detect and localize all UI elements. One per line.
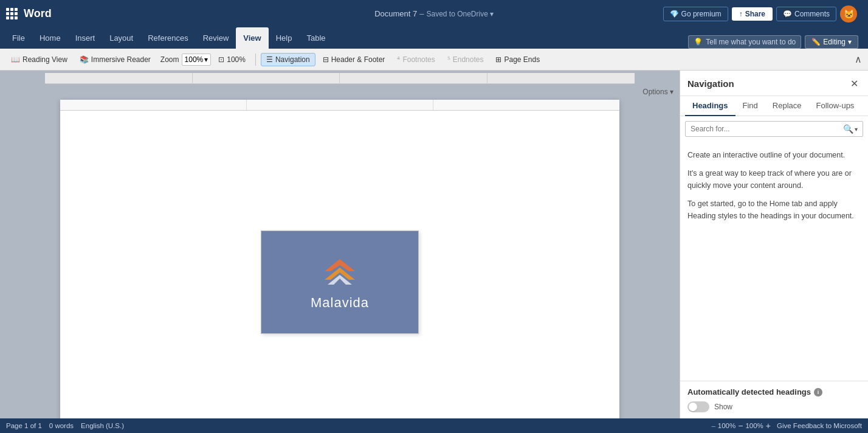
toolbar-zoom-label: Zoom bbox=[160, 55, 179, 64]
view-toolbar: 📖 Reading View 📚 Immersive Reader Zoom 1… bbox=[0, 49, 868, 71]
auto-headings-label: Automatically detected headings i bbox=[687, 387, 861, 397]
share-button[interactable]: ↑ Share bbox=[732, 7, 773, 21]
search-chevron-icon: ▾ bbox=[855, 126, 858, 133]
page-header-ruler bbox=[60, 100, 619, 111]
navigation-icon: ☰ bbox=[266, 55, 273, 64]
word-count: 0 words bbox=[49, 422, 74, 429]
tab-help[interactable]: Help bbox=[269, 27, 300, 49]
edit-icon: ✏️ bbox=[811, 38, 821, 46]
nav-close-button[interactable]: ✕ bbox=[848, 77, 861, 91]
navigation-panel: Navigation ✕ Headings Find Replace Follo… bbox=[680, 71, 868, 418]
zoom-level: 100% bbox=[745, 422, 763, 429]
reading-view-icon: 📖 bbox=[11, 55, 20, 64]
nav-panel-title: Navigation bbox=[687, 78, 734, 89]
toolbar-sep-1 bbox=[255, 54, 256, 66]
header-footer-button[interactable]: ⊟ Header & Footer bbox=[318, 54, 390, 66]
nav-panel-header: Navigation ✕ bbox=[680, 71, 868, 96]
horizontal-ruler-top bbox=[45, 73, 635, 84]
zoom-plus-button[interactable]: + bbox=[766, 421, 771, 430]
page-wrapper: Malavida bbox=[45, 100, 635, 418]
reading-view-button[interactable]: 📖 Reading View bbox=[6, 54, 72, 66]
document-area: Options ▾ bbox=[0, 71, 680, 418]
comments-button[interactable]: 💬 Comments bbox=[776, 7, 836, 21]
nav-body-text-2: It's a great way to keep track of where … bbox=[687, 167, 861, 192]
malavida-chevron-svg bbox=[315, 254, 364, 288]
title-bar: Word Document 7 – Saved to OneDrive ▾ 💎 … bbox=[0, 0, 868, 27]
page-content: Malavida bbox=[60, 111, 619, 418]
tab-file[interactable]: File bbox=[5, 27, 32, 49]
footnotes-button[interactable]: ⁴ Footnotes bbox=[392, 54, 439, 66]
zoom-controls: – 100% − 100% + bbox=[711, 421, 771, 430]
toggle-knob bbox=[689, 403, 697, 411]
editing-button[interactable]: ✏️ Editing ▾ bbox=[805, 35, 858, 49]
nav-tab-headings[interactable]: Headings bbox=[685, 96, 735, 116]
zoom-fit-icon: ⊡ bbox=[218, 55, 224, 64]
nav-panel-body: Create an interactive outline of your do… bbox=[680, 142, 868, 381]
page-ends-icon: ⊞ bbox=[495, 55, 501, 64]
nav-body-text-3: To get started, go to the Home tab and a… bbox=[687, 198, 861, 222]
show-toggle[interactable] bbox=[687, 401, 709, 412]
nav-tab-replace[interactable]: Replace bbox=[765, 96, 809, 116]
language: English (U.S.) bbox=[81, 422, 124, 429]
page-ends-button[interactable]: ⊞ Page Ends bbox=[491, 54, 545, 66]
main-area: Options ▾ bbox=[0, 71, 868, 418]
header-footer-icon: ⊟ bbox=[323, 55, 329, 64]
nav-tabs: Headings Find Replace Follow-ups bbox=[680, 96, 868, 116]
immersive-reader-icon: 📚 bbox=[80, 55, 89, 64]
page-info: Page 1 of 1 bbox=[6, 422, 42, 429]
share-icon: ↑ bbox=[739, 10, 743, 18]
zoom-percentage: 100% bbox=[718, 422, 735, 429]
saved-status: Saved to OneDrive ▾ bbox=[426, 10, 493, 18]
show-toggle-row: Show bbox=[687, 401, 861, 412]
nav-search-input[interactable] bbox=[691, 125, 843, 133]
zoom-fit-button[interactable]: ⊡ 100% bbox=[213, 54, 250, 66]
document-page: Malavida bbox=[60, 100, 619, 418]
tab-layout[interactable]: Layout bbox=[102, 27, 140, 49]
navigation-button[interactable]: ☰ Navigation bbox=[261, 53, 315, 66]
malavida-image: Malavida bbox=[261, 230, 419, 334]
status-bar-right: – 100% − 100% + Give Feedback to Microso… bbox=[711, 421, 862, 430]
tab-references[interactable]: References bbox=[140, 27, 195, 49]
status-bar: Page 1 of 1 0 words English (U.S.) – 100… bbox=[0, 418, 868, 433]
tab-home[interactable]: Home bbox=[32, 27, 68, 49]
user-avatar[interactable]: 🐱 bbox=[840, 5, 857, 23]
endnotes-button[interactable]: ⁵ Endnotes bbox=[443, 54, 489, 66]
zoom-minus-button[interactable]: − bbox=[738, 421, 743, 430]
app-name: Word bbox=[24, 7, 52, 20]
show-label: Show bbox=[714, 403, 732, 411]
options-button[interactable]: Options ▾ bbox=[642, 88, 673, 96]
malavida-text: Malavida bbox=[311, 295, 369, 311]
nav-tab-find[interactable]: Find bbox=[735, 96, 765, 116]
nav-panel-footer: Automatically detected headings i Show bbox=[680, 381, 868, 418]
feedback-button[interactable]: Give Feedback to Microsoft bbox=[777, 422, 862, 429]
tab-review[interactable]: Review bbox=[196, 27, 236, 49]
info-icon: i bbox=[814, 388, 822, 397]
nav-search-button[interactable]: 🔍 ▾ bbox=[843, 124, 858, 134]
tab-insert[interactable]: Insert bbox=[68, 27, 103, 49]
nav-tab-followups[interactable]: Follow-ups bbox=[809, 96, 862, 116]
lightbulb-icon: 💡 bbox=[694, 38, 703, 46]
doc-filename: Document 7 bbox=[374, 9, 417, 18]
zoom-chevron-icon: ▾ bbox=[204, 55, 208, 64]
nav-search-box[interactable]: 🔍 ▾ bbox=[685, 121, 863, 137]
comments-icon: 💬 bbox=[783, 10, 792, 18]
tell-me-box[interactable]: 💡 Tell me what you want to do bbox=[688, 35, 801, 49]
immersive-reader-button[interactable]: 📚 Immersive Reader bbox=[75, 54, 156, 66]
app-section: Word bbox=[6, 7, 52, 20]
endnotes-icon: ⁵ bbox=[447, 55, 450, 64]
doc-title-area: Document 7 – Saved to OneDrive ▾ bbox=[374, 9, 494, 18]
chevron-down-icon: ▾ bbox=[848, 38, 852, 46]
footnotes-icon: ⁴ bbox=[397, 55, 400, 64]
premium-icon: 💎 bbox=[670, 10, 679, 18]
tab-table[interactable]: Table bbox=[299, 27, 332, 49]
ribbon-tabs: File Home Insert Layout References Revie… bbox=[0, 27, 868, 49]
nav-body-text-1: Create an interactive outline of your do… bbox=[687, 149, 861, 161]
title-actions: 💎 Go premium ↑ Share 💬 Comments 🐱 bbox=[663, 5, 862, 23]
go-premium-button[interactable]: 💎 Go premium bbox=[663, 7, 728, 21]
search-icon: 🔍 bbox=[843, 124, 853, 134]
zoom-dropdown[interactable]: 100% ▾ bbox=[182, 54, 212, 66]
tab-view[interactable]: View bbox=[236, 27, 268, 49]
options-bar: Options ▾ bbox=[0, 84, 680, 100]
waffle-button[interactable] bbox=[6, 8, 18, 19]
toolbar-expand-icon[interactable]: ∧ bbox=[855, 54, 862, 65]
